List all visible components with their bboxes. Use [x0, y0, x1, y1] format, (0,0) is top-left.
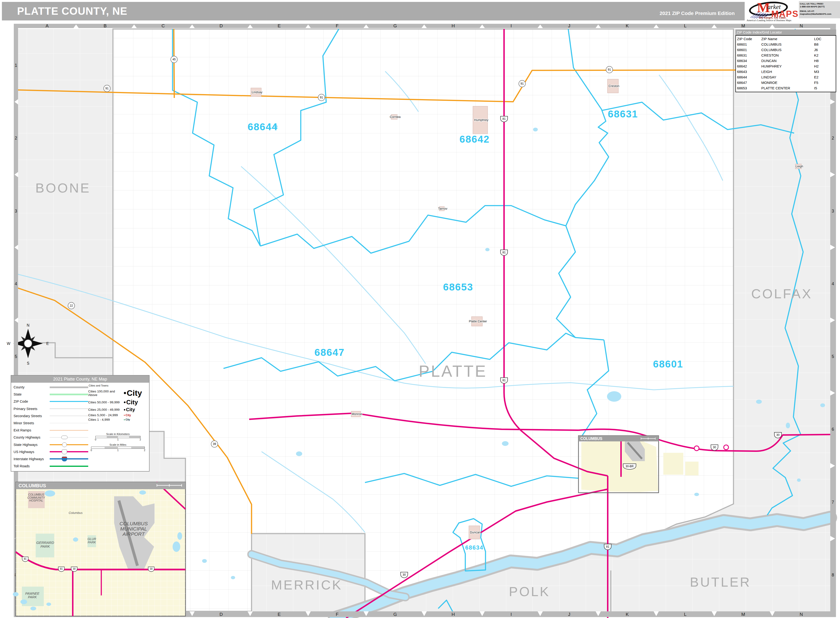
svg-text:22: 22 [70, 304, 73, 308]
county-label-boone: BOONE [36, 180, 91, 195]
grid-col-F: F [336, 23, 339, 28]
inset-label: Columbus [69, 511, 83, 515]
inset-label: GLURPARK [88, 537, 96, 544]
grid-col-bottom-E: E [278, 612, 281, 617]
grid-row-right-8: 8 [832, 573, 834, 577]
zip-index-row: 68642HUMPHREYH2 [736, 64, 836, 69]
city-dot-icon [124, 401, 126, 403]
zip-index-row: 68601COLUMBUSJ6 [736, 47, 836, 52]
grid-col-N: N [800, 23, 803, 28]
grid-col-I: I [510, 23, 511, 28]
shield-us-30: 30 [71, 567, 77, 572]
shield-state-91: 91 [606, 66, 613, 73]
svg-text:30: 30 [150, 567, 153, 570]
shield-state-91: 91 [519, 80, 525, 87]
grid-col-bottom-H: H [452, 612, 455, 617]
city-humphrey: Humphrey [473, 106, 488, 134]
shield-us-30: 30 [148, 567, 154, 572]
svg-text:Monroe: Monroe [352, 412, 362, 416]
grid-col-bottom-M: M [741, 612, 745, 617]
svg-text:91: 91 [320, 96, 323, 99]
grid-row-right-3: 3 [832, 209, 834, 214]
legend-row-sec: Secondary Streets [12, 412, 88, 419]
grid-col-K: K [626, 23, 629, 28]
legend-city-row: Cities 100,000 and AboveCity [88, 388, 148, 398]
map-legend: 2021 Platte County, NE Map CountyStateZI… [11, 375, 150, 472]
city-dot-icon [124, 419, 125, 420]
legend-row-minor: Minor Streets [12, 419, 88, 427]
svg-text:30: 30 [776, 433, 780, 437]
county-label-colfax: COLFAX [751, 286, 812, 301]
shield-us-30-BR: 30-BR [623, 464, 636, 469]
county-label-merrick: MERRICK [271, 577, 342, 592]
grid-col-L: L [684, 23, 687, 28]
svg-text:Leigh: Leigh [795, 165, 803, 168]
shield-state-91: 91 [318, 94, 325, 101]
shield-state-22: 22 [68, 302, 75, 309]
shield-us-81: 81 [501, 116, 508, 122]
grid-col-A: A [46, 23, 49, 28]
svg-text:81: 81 [60, 567, 63, 570]
inset-title: COLUMBUS [19, 483, 46, 488]
scale-km-bar [95, 436, 141, 438]
grid-col-B: B [104, 23, 107, 28]
legend-row-county: County [12, 384, 88, 391]
legend-scales: Scale in Kilometers 012 Scale in Miles 0… [90, 430, 146, 452]
svg-text:Humphrey: Humphrey [474, 118, 488, 122]
legend-city-row: Cities 50,000 - 99,999City [88, 399, 148, 406]
shield-state-91: 91 [104, 85, 110, 92]
grid-col-E: E [278, 23, 281, 28]
zip-index-row: 68653PLATTE CENTERI5 [736, 85, 836, 91]
svg-text:81: 81 [503, 379, 506, 382]
grid-col-bottom-L: L [684, 612, 687, 617]
grid-col-C: C [161, 23, 165, 28]
svg-text:Cornlea: Cornlea [390, 115, 401, 119]
county-label-butler: BUTLER [690, 575, 751, 590]
legend-row-st-hwy: State Highways [12, 441, 88, 448]
zip-label-68634: 68634 [465, 544, 483, 551]
zip-index-title: ZIP Code Index/Grid Locator [735, 30, 836, 35]
us-hwy-badge-icon [62, 450, 67, 454]
grid-row-right-6: 6 [832, 427, 834, 432]
col-zip-name: ZIP Name [761, 36, 814, 42]
grid-row-1: 1 [15, 63, 17, 68]
zip-label-68653: 68653 [443, 281, 473, 293]
int-hwy-badge-icon [62, 457, 67, 461]
legend-row-us-hwy: US Highways [12, 448, 88, 455]
zip-index-row: 68634DUNCANH8 [736, 58, 836, 64]
svg-text:45: 45 [172, 58, 176, 61]
city-duncan: Duncan [469, 526, 480, 539]
legend-row-state: State [12, 391, 88, 398]
grid-col-bottom-D: D [220, 612, 223, 617]
zip-index-row: 68647MONROEF5 [736, 80, 836, 85]
col-zip-code: ZIP Code [737, 36, 761, 42]
shield-state-45: 45 [171, 56, 177, 63]
compass-S: S [27, 361, 30, 365]
cty-hwy-badge-icon [61, 436, 67, 439]
grid-row-right-7: 7 [832, 500, 834, 505]
zip-index-table: ZIP Code Index/Grid Locator ZIP Code ZIP… [735, 30, 836, 92]
columbus-inset-map: COLUMBUS COLUMBUSCOMMUNITYHOSPITALGERRAR… [13, 482, 186, 616]
svg-text:81: 81 [503, 251, 506, 254]
svg-text:81: 81 [24, 558, 27, 560]
svg-text:39: 39 [213, 442, 216, 446]
county-map: COLUMBUS LindsayCornleaHumphreyCrestonLe… [0, 0, 840, 618]
shield-us-30: 30 [401, 572, 408, 578]
county-label-polk: POLK [509, 584, 550, 599]
inset-label: COLUMBUSCOMMUNITYHOSPITAL [27, 493, 45, 502]
grid-col-bottom-N: N [800, 612, 803, 617]
grid-col-M: M [741, 23, 745, 28]
shield-us-30: 30 [775, 432, 782, 438]
grid-col-J: J [568, 23, 570, 28]
compass-W: W [7, 342, 10, 346]
svg-text:30: 30 [73, 567, 76, 570]
grid-col-bottom-K: K [626, 612, 629, 617]
grid-row-right-5: 5 [832, 354, 834, 359]
legend-city-row: Cities 25,000 - 49,999City [88, 407, 148, 412]
svg-text:30: 30 [403, 573, 406, 576]
st-hwy-badge-icon [62, 442, 67, 447]
grid-col-D: D [220, 23, 223, 28]
zip-label-68631: 68631 [608, 108, 638, 120]
svg-text:Creston: Creston [608, 84, 619, 88]
legend-row-prim: Primary Streets [12, 405, 88, 412]
